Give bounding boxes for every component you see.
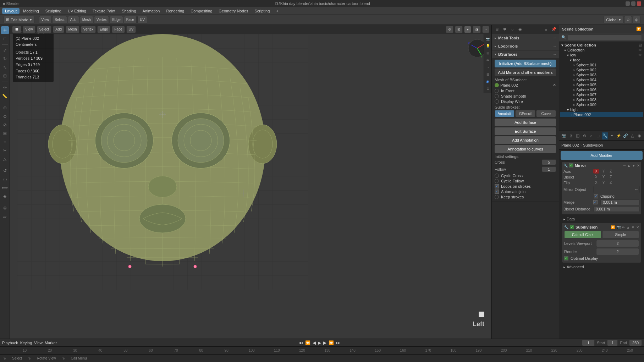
spin-btn[interactable]: ↺ (1, 167, 9, 175)
transform-dropdown[interactable]: Global ▾ (604, 16, 623, 24)
uv-vp-btn[interactable]: UV (126, 26, 136, 33)
mirror-bisect-x-btn[interactable]: X (593, 175, 599, 179)
sphere1-row[interactable]: ○ Sphere.001 (560, 62, 643, 67)
mesh-menu[interactable]: Mesh (80, 16, 93, 24)
tab-gpencil[interactable]: GPencil (515, 110, 535, 117)
add-annotation-btn[interactable]: Add Annotation (495, 136, 556, 144)
prev-keyframe-btn[interactable]: ◀ (313, 340, 316, 345)
plane-row[interactable]: □ Plane.002 (560, 112, 643, 117)
shortcut-camera[interactable]: 📷 (485, 35, 491, 42)
panel-icon-1[interactable]: ⊞ (493, 26, 500, 33)
next-frame-btn[interactable]: ⏩ (329, 340, 334, 345)
bevel-btn[interactable]: ⊘ (1, 121, 9, 129)
transform-btn[interactable]: ⊞ (1, 72, 9, 80)
view-menu-btn[interactable]: View (23, 26, 35, 33)
outliner-search-input[interactable] (568, 34, 642, 41)
simple-btn[interactable]: Simple (602, 231, 639, 238)
mirror-pencil-icon[interactable]: ✏ (623, 164, 626, 168)
minimize-btn[interactable] (626, 1, 630, 6)
loops-strokes-row[interactable]: ✓ Loops on strokes (495, 184, 556, 188)
mirror-axis-x-btn[interactable]: X (593, 169, 599, 174)
loop-tools-header[interactable]: ▸ LoopTools ⋯ (492, 42, 559, 50)
face-row[interactable]: ▾ face (560, 57, 643, 62)
play-btn[interactable]: ▶ (318, 340, 321, 345)
bsurfaces-header[interactable]: ▾ BSurfaces ⋯ (492, 50, 559, 58)
maximize-btn[interactable] (631, 1, 635, 6)
cyclic-cross-row[interactable]: Cyclic Cross (495, 174, 556, 178)
inset-btn[interactable]: ⊙ (1, 113, 9, 120)
mirror-close-icon[interactable]: ✕ (637, 164, 640, 168)
in-front-row[interactable]: In Front (495, 89, 556, 93)
add-menu[interactable]: Add (68, 16, 79, 24)
sphere8-row[interactable]: ○ Sphere.008 (560, 97, 643, 102)
current-frame-display[interactable]: 1 (582, 340, 595, 346)
clipping-row[interactable]: ✓ Clipping (563, 194, 640, 198)
subdiv-edit-icon[interactable]: ✏ (622, 225, 625, 229)
face-menu[interactable]: Face (124, 16, 137, 24)
subdiv-close-icon[interactable]: ✕ (636, 225, 639, 229)
render-value[interactable]: 2 (596, 248, 639, 255)
rotate-btn[interactable]: ↻ (1, 55, 9, 63)
sphere5-row[interactable]: ○ Sphere.005 (560, 82, 643, 87)
shortcut-grid[interactable]: ⊟ (485, 71, 491, 77)
prev-frame-btn[interactable]: ⏪ (305, 340, 310, 345)
mesh-close-icon[interactable]: ✕ (553, 83, 556, 87)
menu-sculpting[interactable]: Sculpting (43, 8, 64, 14)
edge-vp-btn[interactable]: Edge (97, 26, 110, 33)
panel-icon-2[interactable]: ✱ (501, 26, 508, 33)
subdiv-filter-icon[interactable]: 🔽 (611, 225, 615, 229)
menu-add[interactable]: + (273, 8, 281, 14)
low-row[interactable]: ▾ low 👁 (560, 53, 643, 57)
panel-options[interactable]: ≡ (543, 26, 550, 33)
mirror-bisect-y-btn[interactable]: Y (601, 175, 607, 179)
smooth-btn[interactable]: ◌ (1, 175, 9, 183)
keying-label[interactable]: Keying (20, 341, 32, 345)
loop-cut-btn[interactable]: ⊟ (1, 130, 9, 137)
shortcut-snap[interactable]: ⊙ (485, 85, 491, 92)
start-value[interactable]: 1 (607, 340, 618, 346)
mirror-object-pencil[interactable]: ✏ (635, 188, 638, 192)
constraint-props-icon[interactable]: 🔗 (622, 132, 629, 139)
material-props-icon[interactable]: ◉ (636, 132, 643, 139)
vertex-menu[interactable]: Vertex (94, 16, 109, 24)
mirror-object-field[interactable]: ✏ (593, 186, 640, 193)
sphere4-row[interactable]: ○ Sphere.004 (560, 77, 643, 82)
shade-smooth-row[interactable]: Shade smooth (495, 94, 556, 98)
mirror-flip-x-btn[interactable]: X (593, 180, 599, 185)
sphere3-row[interactable]: ○ Sphere.003 (560, 72, 643, 77)
auto-join-row[interactable]: ✓ Automatic join (495, 190, 556, 194)
cyclic-follow-row[interactable]: Cyclic Follow (495, 179, 556, 183)
menu-compositing[interactable]: Compositing (188, 8, 215, 14)
sphere7-row[interactable]: ○ Sphere.007 (560, 92, 643, 97)
vertex-vp-btn[interactable]: Vertex (81, 26, 96, 33)
edge-slide-btn[interactable]: ⟺ (1, 184, 9, 192)
cross-value[interactable]: 5 (542, 159, 556, 165)
menu-rendering[interactable]: Rendering (163, 8, 187, 14)
keep-strokes-row[interactable]: Keep strokes (495, 195, 556, 199)
data-props-icon[interactable]: △ (629, 132, 635, 139)
modifier-props-icon[interactable]: 🔧 (602, 132, 608, 139)
select-box-btn[interactable]: □ (1, 35, 9, 43)
shortcut-render[interactable]: 💡 (485, 43, 491, 49)
follow-value[interactable]: 1 (542, 166, 556, 172)
edge-menu[interactable]: Edge (110, 16, 123, 24)
subdiv-down-icon[interactable]: ▼ (631, 225, 635, 229)
add-vp-btn[interactable]: Add (53, 26, 64, 33)
menu-animation[interactable]: Animation (140, 8, 163, 14)
render-props-icon[interactable]: 📷 (561, 132, 567, 139)
mirror-up-icon[interactable]: ▲ (627, 164, 631, 168)
menu-geometry-nodes[interactable]: Geometry Nodes (216, 8, 251, 14)
select-menu[interactable]: Select (52, 16, 67, 24)
viewport[interactable]: 🔲 View Select Add Mesh Vertex Edge Face … (10, 25, 491, 339)
menu-scripting[interactable]: Scripting (252, 8, 273, 14)
menu-uv-editing[interactable]: UV Editing (65, 8, 89, 14)
scene-props-icon[interactable]: ⊙ (581, 132, 588, 139)
view-menu[interactable]: View (39, 16, 52, 24)
uv-menu[interactable]: UV (137, 16, 147, 24)
proportional-btn[interactable]: ◎ (633, 16, 640, 24)
scale-btn[interactable]: ⤡ (1, 64, 9, 71)
snap-btn[interactable]: ⊙ (624, 16, 632, 24)
view-type-btn[interactable]: 🔲 (12, 26, 21, 33)
marker-label[interactable]: Marker (45, 341, 57, 345)
tab-curve[interactable]: Curve (536, 110, 556, 117)
